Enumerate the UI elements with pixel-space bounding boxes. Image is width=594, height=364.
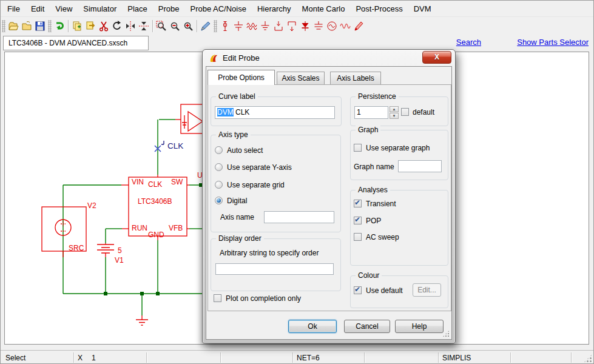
menu-edit[interactable]: Edit: [25, 2, 50, 16]
menu-simulator[interactable]: Simulator: [78, 2, 122, 16]
clk-net-label[interactable]: CLK: [167, 141, 183, 150]
wires: [63, 120, 207, 315]
rotate-icon[interactable]: [110, 19, 124, 33]
power-rail-icon[interactable]: [312, 19, 325, 33]
undo-icon[interactable]: [53, 19, 66, 33]
toolbar-grip[interactable]: [2, 20, 5, 32]
status-separator: [438, 352, 439, 363]
diode-icon[interactable]: [299, 19, 312, 33]
persistence-spinner: ▲ ▼: [390, 106, 399, 119]
axis-name-input[interactable]: [264, 211, 334, 223]
menu-view[interactable]: View: [50, 2, 78, 16]
v1-value-label: 5: [118, 246, 122, 255]
persistence-input[interactable]: 1: [354, 106, 388, 119]
radio-separate-grid-label[interactable]: Use separate grid: [227, 181, 285, 189]
clk-probe-marker[interactable]: [155, 141, 164, 152]
tab-probe-options[interactable]: Probe Options: [208, 70, 275, 85]
ac-sweep-checkbox[interactable]: ✔: [354, 233, 362, 241]
persistence-default-checkbox[interactable]: ✔: [401, 108, 409, 116]
display-order-hint: Arbitrary string to specify order: [220, 249, 319, 257]
menu-file[interactable]: File: [2, 2, 25, 16]
document-tab[interactable]: LTC3406B - DVM ADVANCED.sxsch: [3, 36, 149, 50]
edit-colour-button[interactable]: Edit...: [413, 283, 441, 297]
toolbar-grip[interactable]: [214, 20, 217, 32]
status-net: NET=6: [297, 354, 320, 362]
tab-axis-labels[interactable]: Axis Labels: [330, 72, 381, 85]
status-separator: [510, 352, 511, 363]
menu-post-process[interactable]: Post-Process: [350, 2, 408, 16]
pop-checkbox[interactable]: ✔: [354, 217, 362, 224]
spin-up-icon[interactable]: ▲: [390, 106, 399, 112]
v2-ref-label: V2: [87, 201, 96, 210]
search-link[interactable]: Search: [456, 38, 481, 47]
v2-model-label: SRC: [69, 244, 84, 252]
tab-axis-scales[interactable]: Axis Scales: [277, 72, 325, 85]
status-mode: Select: [5, 354, 25, 362]
cut-icon[interactable]: [97, 19, 110, 33]
voltage-probe-icon[interactable]: [218, 19, 232, 33]
document-tab-label: LTC3406B - DVM ADVANCED.sxsch: [8, 39, 127, 47]
status-engine: SIMPLIS: [442, 354, 471, 362]
use-default-colour-checkbox[interactable]: ✔: [354, 286, 362, 294]
current-probe-out-icon[interactable]: [285, 19, 299, 33]
menu-place[interactable]: Place: [122, 2, 153, 16]
open-file-icon[interactable]: [7, 19, 20, 33]
show-parts-selector-link[interactable]: Show Parts Selector: [517, 38, 589, 47]
display-order-input[interactable]: [215, 263, 334, 275]
pop-label: POP: [366, 217, 381, 225]
plot-on-completion-checkbox[interactable]: ✔: [214, 294, 221, 302]
radio-digital[interactable]: [215, 197, 223, 204]
zoom-fit-icon[interactable]: [155, 19, 168, 33]
ac-source-icon[interactable]: [325, 19, 339, 33]
paste-icon[interactable]: [84, 19, 97, 33]
persistence-default-label: default: [413, 108, 434, 116]
cancel-button[interactable]: Cancel: [344, 320, 390, 333]
curve-label-input[interactable]: DVM CLK: [215, 106, 335, 119]
analyses-group: Analyses: [350, 190, 448, 266]
ok-button[interactable]: Ok: [288, 320, 337, 333]
toolbar: [1, 16, 593, 35]
capacitor-icon[interactable]: [232, 19, 245, 33]
radio-auto-select[interactable]: [215, 146, 223, 154]
radio-auto-select-label[interactable]: Auto select: [227, 146, 263, 155]
menu-probe[interactable]: Probe: [153, 2, 185, 16]
graph-legend: Graph: [356, 126, 380, 134]
menu-monte-carlo[interactable]: Monte Carlo: [297, 2, 351, 16]
zoom-in-icon[interactable]: [181, 19, 195, 33]
copy-icon[interactable]: [70, 19, 84, 33]
graph-name-input[interactable]: [398, 160, 442, 172]
use-separate-graph-checkbox[interactable]: ✔: [354, 144, 362, 152]
help-button[interactable]: Help: [395, 320, 444, 333]
radio-separate-grid[interactable]: [215, 181, 223, 189]
use-default-colour-label: Use default: [366, 286, 403, 295]
dialog-title-bar[interactable]: Edit Probe X: [203, 50, 455, 66]
menu-probe-ac-noise[interactable]: Probe AC/Noise: [184, 2, 252, 16]
radio-digital-label[interactable]: Digital: [227, 197, 247, 205]
sine-wave-icon[interactable]: [339, 19, 352, 33]
window-resize-grip[interactable]: [584, 354, 592, 363]
close-icon[interactable]: X: [422, 51, 451, 64]
probe-pencil-icon[interactable]: [352, 19, 365, 33]
current-probe-in-icon[interactable]: [272, 19, 285, 33]
menu-hierarchy[interactable]: Hierarchy: [252, 2, 297, 16]
ground-symbol: [136, 315, 148, 325]
wire-pencil-icon[interactable]: [199, 19, 212, 33]
save-icon[interactable]: [33, 19, 47, 33]
open-folder-icon[interactable]: [20, 19, 33, 33]
radio-separate-y-axis[interactable]: [215, 163, 223, 171]
zoom-out-icon[interactable]: [168, 19, 181, 33]
spin-down-icon[interactable]: ▼: [390, 113, 399, 119]
pin-label-gnd: GND: [148, 231, 164, 239]
toolbar-grip[interactable]: [48, 20, 52, 32]
status-bar: Select X 1 NET=6 SIMPLIS: [1, 350, 593, 364]
radio-separate-y-axis-label[interactable]: Use separate Y-axis: [227, 163, 292, 172]
inductor-icon[interactable]: [245, 19, 258, 33]
status-x-value: 1: [92, 354, 96, 362]
ground-icon[interactable]: [258, 19, 272, 33]
mirror-vertical-icon[interactable]: [124, 19, 137, 33]
application-window: File Edit View Simulator Place Probe Pro…: [0, 0, 594, 364]
transient-checkbox[interactable]: ✔: [354, 200, 362, 207]
menu-dvm[interactable]: DVM: [408, 2, 437, 16]
axis-type-legend: Axis type: [216, 130, 251, 139]
mirror-horizontal-icon[interactable]: [137, 19, 150, 33]
